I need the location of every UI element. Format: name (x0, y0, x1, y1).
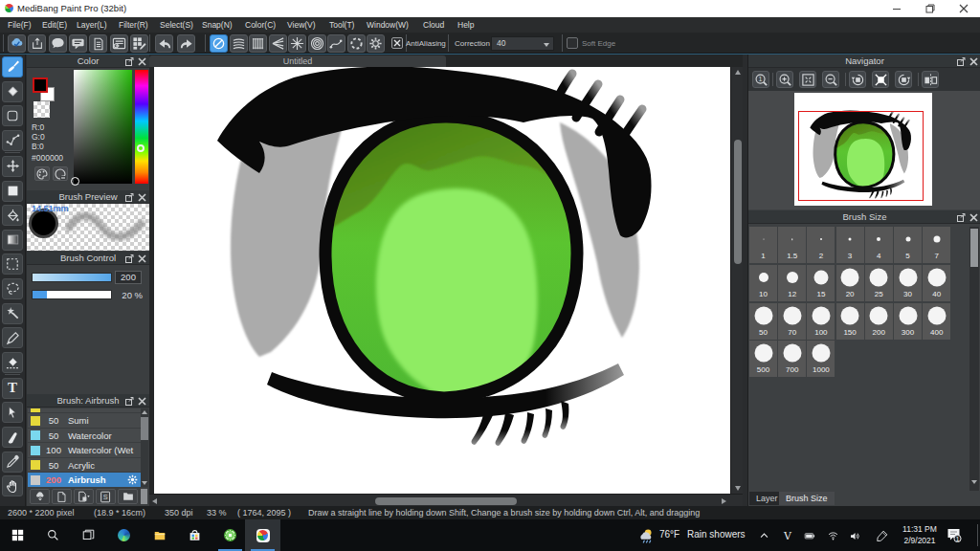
close-icon[interactable] (138, 253, 146, 262)
tool-soft-eraser[interactable] (2, 427, 23, 448)
edge-taskbar-button[interactable] (106, 519, 142, 551)
rotate-cw-button[interactable] (895, 71, 912, 88)
medibang-disc-taskbar-button[interactable] (212, 519, 248, 551)
detail-list-button[interactable] (110, 34, 128, 53)
menu-color[interactable]: Color(C) (245, 20, 276, 30)
tool-eyedropper[interactable] (2, 452, 23, 473)
brush-size-10[interactable]: 10 (749, 265, 777, 301)
popout-icon[interactable] (125, 253, 134, 262)
brush-size-2[interactable]: 2 (807, 227, 835, 263)
scrollbar-thumb[interactable] (375, 497, 517, 505)
brush-cloud-button[interactable] (30, 489, 50, 504)
comment-button[interactable] (69, 34, 87, 53)
snap-grid-button[interactable] (249, 34, 267, 53)
redo-button[interactable] (177, 34, 195, 53)
brush-size-300[interactable]: 300 (894, 303, 922, 340)
brush-size-3[interactable]: 3 (836, 227, 864, 263)
brush-duplicate-button[interactable] (74, 489, 94, 504)
brush-new-button[interactable] (52, 489, 72, 504)
gear-icon[interactable] (127, 474, 138, 487)
zoom-out-button[interactable] (822, 71, 839, 88)
brush-row-airbrush[interactable]: 200 Airbrush (28, 473, 141, 487)
menu-file[interactable]: File(F) (8, 20, 32, 30)
weather-icon[interactable] (636, 527, 655, 543)
weather-condition[interactable]: Rain showers (687, 529, 746, 540)
popout-icon[interactable] (957, 56, 966, 65)
tool-brush[interactable] (2, 56, 23, 77)
tool-select-eraser[interactable] (2, 352, 23, 373)
medibang-paint-taskbar-button[interactable] (245, 519, 280, 551)
brush-size-7[interactable]: 7 (923, 227, 950, 263)
task-view-taskbar-button[interactable] (71, 519, 106, 551)
menu-filter[interactable]: Filter(R) (119, 20, 148, 30)
tool-hand[interactable] (2, 475, 23, 496)
close-icon[interactable] (138, 192, 146, 201)
menu-view[interactable]: View(V) (287, 20, 316, 30)
show-desktop-divider[interactable] (977, 524, 978, 546)
brush-row-watercolor-wet[interactable]: 100 Watercolor (Wet (28, 443, 141, 458)
fit-window-button[interactable] (799, 71, 816, 88)
pen-tray-button[interactable] (875, 529, 890, 542)
tool-select-pen[interactable] (2, 327, 23, 348)
snap-radial-button[interactable] (288, 34, 306, 53)
dock-tab-brush-size[interactable]: Brush Size (779, 492, 835, 505)
close-icon[interactable] (138, 396, 146, 405)
brush-script-button[interactable]: S (96, 489, 116, 504)
transparent-color-swatch[interactable] (33, 101, 50, 118)
brush-size-25[interactable]: 25 (865, 265, 893, 301)
navigator-view-rect[interactable] (798, 111, 924, 201)
palette-add-button[interactable] (53, 166, 68, 181)
brush-size-1.5[interactable]: 1.5 (778, 227, 806, 263)
tool-fill-shape[interactable] (2, 181, 23, 202)
sv-cursor[interactable] (71, 177, 79, 186)
menu-tool[interactable]: Tool(T) (329, 20, 354, 30)
foreground-color-swatch[interactable] (33, 77, 48, 93)
brush-size-scrollbar[interactable] (969, 227, 979, 491)
antialiasing-checkbox[interactable] (391, 37, 403, 49)
grid-pencil-button[interactable] (130, 34, 148, 53)
hue-cursor[interactable] (137, 144, 145, 152)
store-taskbar-button[interactable] (177, 519, 212, 551)
brush-size-15[interactable]: 15 (807, 265, 835, 301)
battery-tray-button[interactable] (802, 529, 817, 542)
menu-layer[interactable]: Layer(L) (77, 20, 107, 30)
brush-size-150[interactable]: 150 (836, 303, 864, 340)
document-tab[interactable]: Untitled (149, 55, 446, 67)
hue-slider[interactable] (135, 70, 148, 184)
undo-button[interactable] (155, 34, 173, 53)
snap-curve-button[interactable] (327, 34, 345, 53)
flip-horizontal-button[interactable] (922, 71, 939, 88)
saturation-value-picker[interactable] (74, 70, 132, 184)
close-icon[interactable] (138, 56, 146, 65)
brush-size-500[interactable]: 500 (749, 341, 777, 377)
taskbar-clock[interactable]: 11:31 PM 2/9/2021 (901, 523, 939, 546)
document-button[interactable] (89, 34, 107, 53)
brush-size-5[interactable]: 5 (894, 227, 922, 263)
tool-text[interactable]: T (2, 378, 23, 399)
minimize-button[interactable] (880, 0, 913, 16)
brush-size-4[interactable]: 4 (865, 227, 893, 263)
snap-vanishing-button[interactable] (269, 34, 287, 53)
popout-icon[interactable] (125, 192, 134, 201)
menu-edit[interactable]: Edit(E) (42, 20, 67, 30)
canvas[interactable] (154, 67, 730, 494)
tool-move[interactable] (2, 156, 23, 177)
brush-list-scrollbar[interactable] (141, 408, 148, 487)
snap-concentric-button[interactable] (308, 34, 326, 53)
tool-operation[interactable] (2, 402, 23, 423)
tool-shape-brush[interactable] (2, 105, 23, 126)
zoom-in-button[interactable] (776, 71, 793, 88)
tool-polyline[interactable] (2, 130, 23, 151)
menu-window[interactable]: Window(W) (367, 20, 409, 30)
brush-row-acrylic[interactable]: 50 Acrylic (28, 458, 141, 474)
brush-size-50[interactable]: 50 (749, 303, 777, 340)
share-button[interactable] (28, 34, 46, 53)
vertical-scrollbar[interactable] (730, 67, 743, 494)
tool-magic-wand[interactable] (2, 303, 23, 324)
zoom-original-button[interactable]: 1 (752, 71, 769, 88)
wifi-tray-button[interactable] (825, 529, 840, 542)
notification-button[interactable]: 1 (946, 527, 962, 542)
brush-size-700[interactable]: 700 (778, 341, 806, 377)
brush-size-200[interactable]: 200 (865, 303, 893, 340)
palette-button[interactable] (34, 166, 50, 181)
